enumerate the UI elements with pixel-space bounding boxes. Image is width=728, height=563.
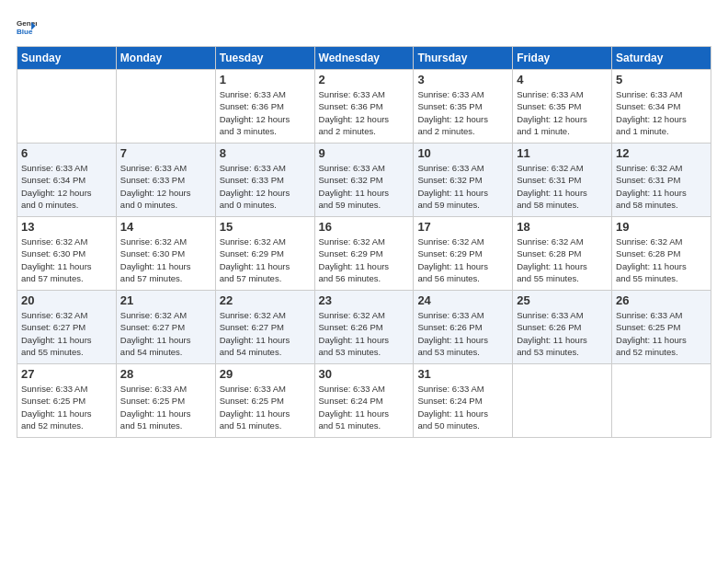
calendar-cell: 26Sunrise: 6:33 AM Sunset: 6:25 PM Dayli… (612, 291, 711, 364)
day-number: 3 (417, 73, 508, 86)
calendar-cell: 4Sunrise: 6:33 AM Sunset: 6:35 PM Daylig… (513, 70, 612, 144)
day-number: 29 (220, 367, 311, 381)
day-info: Sunrise: 6:32 AM Sunset: 6:29 PM Dayligh… (220, 236, 311, 284)
day-info: Sunrise: 6:33 AM Sunset: 6:35 PM Dayligh… (517, 88, 608, 137)
weekday-header: Wednesday (314, 47, 414, 70)
day-number: 30 (319, 367, 410, 381)
calendar-cell (116, 70, 215, 144)
calendar-cell: 2Sunrise: 6:33 AM Sunset: 6:36 PM Daylig… (314, 70, 414, 144)
page-header: General Blue (17, 17, 711, 37)
calendar-cell: 18Sunrise: 6:32 AM Sunset: 6:28 PM Dayli… (513, 217, 612, 291)
logo: General Blue (17, 17, 39, 37)
calendar-cell (612, 364, 711, 438)
calendar-week-row: 20Sunrise: 6:32 AM Sunset: 6:27 PM Dayli… (17, 291, 711, 364)
day-number: 1 (220, 73, 311, 86)
day-number: 2 (319, 73, 410, 86)
day-number: 20 (21, 293, 112, 307)
calendar-cell: 14Sunrise: 6:32 AM Sunset: 6:30 PM Dayli… (116, 217, 215, 291)
calendar-cell: 21Sunrise: 6:32 AM Sunset: 6:27 PM Dayli… (116, 291, 215, 364)
calendar-cell: 9Sunrise: 6:33 AM Sunset: 6:32 PM Daylig… (314, 144, 414, 217)
weekday-header: Monday (116, 47, 215, 70)
day-info: Sunrise: 6:32 AM Sunset: 6:30 PM Dayligh… (21, 236, 112, 284)
day-number: 26 (616, 293, 707, 307)
day-number: 18 (517, 220, 608, 234)
day-info: Sunrise: 6:32 AM Sunset: 6:27 PM Dayligh… (120, 309, 211, 358)
calendar-cell: 17Sunrise: 6:32 AM Sunset: 6:29 PM Dayli… (414, 217, 513, 291)
day-info: Sunrise: 6:33 AM Sunset: 6:25 PM Dayligh… (616, 309, 707, 358)
day-info: Sunrise: 6:32 AM Sunset: 6:29 PM Dayligh… (417, 236, 508, 284)
calendar-cell: 7Sunrise: 6:33 AM Sunset: 6:33 PM Daylig… (116, 144, 215, 217)
day-info: Sunrise: 6:32 AM Sunset: 6:30 PM Dayligh… (120, 236, 211, 284)
day-number: 4 (517, 73, 608, 86)
day-info: Sunrise: 6:33 AM Sunset: 6:36 PM Dayligh… (319, 88, 410, 137)
day-number: 13 (21, 220, 112, 234)
calendar-cell: 3Sunrise: 6:33 AM Sunset: 6:35 PM Daylig… (414, 70, 513, 144)
day-number: 17 (417, 220, 508, 234)
calendar-cell: 15Sunrise: 6:32 AM Sunset: 6:29 PM Dayli… (215, 217, 314, 291)
calendar-week-row: 13Sunrise: 6:32 AM Sunset: 6:30 PM Dayli… (17, 217, 711, 291)
day-number: 25 (517, 293, 608, 307)
calendar-cell: 8Sunrise: 6:33 AM Sunset: 6:33 PM Daylig… (215, 144, 314, 217)
calendar-cell: 13Sunrise: 6:32 AM Sunset: 6:30 PM Dayli… (17, 217, 117, 291)
calendar-cell: 29Sunrise: 6:33 AM Sunset: 6:25 PM Dayli… (215, 364, 314, 438)
calendar-cell: 12Sunrise: 6:32 AM Sunset: 6:31 PM Dayli… (612, 144, 711, 217)
calendar-cell: 10Sunrise: 6:33 AM Sunset: 6:32 PM Dayli… (414, 144, 513, 217)
day-number: 27 (21, 367, 112, 381)
day-info: Sunrise: 6:32 AM Sunset: 6:26 PM Dayligh… (319, 309, 410, 358)
day-number: 28 (120, 367, 211, 381)
day-number: 7 (120, 146, 211, 160)
day-info: Sunrise: 6:33 AM Sunset: 6:26 PM Dayligh… (517, 309, 608, 358)
day-info: Sunrise: 6:33 AM Sunset: 6:33 PM Dayligh… (120, 162, 211, 211)
calendar-header-row: SundayMondayTuesdayWednesdayThursdayFrid… (17, 47, 711, 70)
day-info: Sunrise: 6:32 AM Sunset: 6:27 PM Dayligh… (21, 309, 112, 358)
calendar-week-row: 6Sunrise: 6:33 AM Sunset: 6:34 PM Daylig… (17, 144, 711, 217)
day-number: 6 (21, 146, 112, 160)
svg-text:Blue: Blue (17, 28, 33, 36)
day-number: 23 (319, 293, 410, 307)
day-info: Sunrise: 6:32 AM Sunset: 6:28 PM Dayligh… (517, 236, 608, 284)
day-number: 24 (417, 293, 508, 307)
day-info: Sunrise: 6:32 AM Sunset: 6:28 PM Dayligh… (616, 236, 707, 284)
day-number: 11 (517, 146, 608, 160)
day-info: Sunrise: 6:33 AM Sunset: 6:36 PM Dayligh… (220, 88, 311, 137)
calendar-week-row: 27Sunrise: 6:33 AM Sunset: 6:25 PM Dayli… (17, 364, 711, 438)
calendar-cell: 25Sunrise: 6:33 AM Sunset: 6:26 PM Dayli… (513, 291, 612, 364)
day-info: Sunrise: 6:32 AM Sunset: 6:31 PM Dayligh… (517, 162, 608, 211)
calendar-cell (513, 364, 612, 438)
day-number: 14 (120, 220, 211, 234)
day-number: 21 (120, 293, 211, 307)
weekday-header: Thursday (414, 47, 513, 70)
day-number: 10 (417, 146, 508, 160)
day-info: Sunrise: 6:33 AM Sunset: 6:32 PM Dayligh… (319, 162, 410, 211)
day-number: 5 (616, 73, 707, 86)
day-info: Sunrise: 6:33 AM Sunset: 6:35 PM Dayligh… (417, 88, 508, 137)
day-info: Sunrise: 6:32 AM Sunset: 6:27 PM Dayligh… (220, 309, 311, 358)
calendar-week-row: 1Sunrise: 6:33 AM Sunset: 6:36 PM Daylig… (17, 70, 711, 144)
calendar-table: SundayMondayTuesdayWednesdayThursdayFrid… (17, 46, 711, 438)
day-info: Sunrise: 6:33 AM Sunset: 6:25 PM Dayligh… (21, 383, 112, 431)
day-info: Sunrise: 6:32 AM Sunset: 6:29 PM Dayligh… (319, 236, 410, 284)
calendar-cell: 20Sunrise: 6:32 AM Sunset: 6:27 PM Dayli… (17, 291, 117, 364)
calendar-cell: 27Sunrise: 6:33 AM Sunset: 6:25 PM Dayli… (17, 364, 117, 438)
day-number: 31 (417, 367, 508, 381)
calendar-cell: 5Sunrise: 6:33 AM Sunset: 6:34 PM Daylig… (612, 70, 711, 144)
calendar-cell: 31Sunrise: 6:33 AM Sunset: 6:24 PM Dayli… (414, 364, 513, 438)
day-number: 15 (220, 220, 311, 234)
calendar-cell: 24Sunrise: 6:33 AM Sunset: 6:26 PM Dayli… (414, 291, 513, 364)
day-info: Sunrise: 6:33 AM Sunset: 6:33 PM Dayligh… (220, 162, 311, 211)
day-number: 22 (220, 293, 311, 307)
day-number: 19 (616, 220, 707, 234)
day-info: Sunrise: 6:33 AM Sunset: 6:24 PM Dayligh… (417, 383, 508, 431)
day-number: 8 (220, 146, 311, 160)
calendar-cell: 11Sunrise: 6:32 AM Sunset: 6:31 PM Dayli… (513, 144, 612, 217)
weekday-header: Tuesday (215, 47, 314, 70)
weekday-header: Saturday (612, 47, 711, 70)
calendar-cell: 16Sunrise: 6:32 AM Sunset: 6:29 PM Dayli… (314, 217, 414, 291)
day-number: 9 (319, 146, 410, 160)
day-info: Sunrise: 6:33 AM Sunset: 6:26 PM Dayligh… (417, 309, 508, 358)
logo-icon: General Blue (17, 17, 37, 37)
weekday-header: Friday (513, 47, 612, 70)
day-info: Sunrise: 6:33 AM Sunset: 6:32 PM Dayligh… (417, 162, 508, 211)
day-number: 12 (616, 146, 707, 160)
day-info: Sunrise: 6:33 AM Sunset: 6:24 PM Dayligh… (319, 383, 410, 431)
